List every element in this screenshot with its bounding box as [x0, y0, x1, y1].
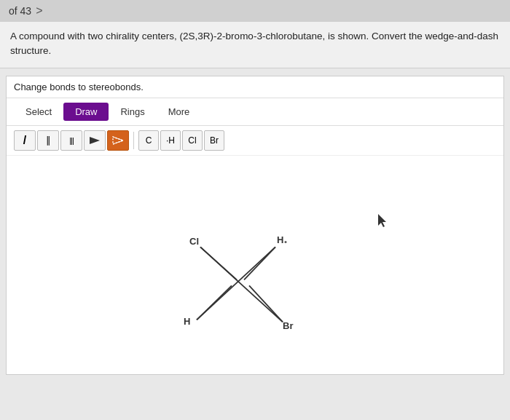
single-bond-btn[interactable]: / — [14, 130, 36, 151]
svg-marker-0 — [90, 137, 100, 144]
chlorine-btn[interactable]: Cl — [182, 130, 203, 151]
triple-bond-btn[interactable]: ||| — [60, 130, 82, 151]
question-area: A compound with two chirality centers, (… — [0, 22, 510, 68]
hydrogen-btn[interactable]: ·H — [160, 130, 181, 151]
cursor-indicator — [378, 214, 387, 227]
main-panel: Change bonds to stereobonds. Select Draw… — [6, 76, 504, 375]
wedge-bond-btn[interactable] — [84, 130, 106, 151]
tab-rings[interactable]: Rings — [109, 103, 156, 121]
svg-text:Br: Br — [283, 320, 293, 331]
svg-point-15 — [285, 240, 287, 242]
double-bond-btn[interactable]: ∥ — [37, 130, 59, 151]
svg-line-10 — [197, 247, 275, 320]
tab-toolbar: Select Draw Rings More — [7, 98, 503, 126]
tab-select[interactable]: Select — [14, 103, 63, 121]
bromine-btn[interactable]: Br — [204, 130, 224, 151]
toolbar-separator — [133, 132, 134, 149]
tools-row: / ∥ ||| C ·H Cl Br — [7, 126, 503, 156]
svg-marker-1 — [113, 137, 123, 144]
svg-text:H: H — [277, 234, 283, 245]
next-chevron[interactable]: > — [36, 4, 42, 17]
page-counter: of 43 — [9, 5, 31, 17]
svg-line-9 — [200, 247, 283, 322]
svg-marker-4 — [378, 214, 386, 227]
top-bar: of 43 > — [0, 0, 510, 22]
dash-bond-btn[interactable] — [107, 130, 129, 151]
panel-title: Change bonds to stereobonds. — [7, 76, 503, 98]
svg-text:H: H — [184, 316, 190, 327]
svg-text:Cl: Cl — [189, 236, 199, 247]
tab-draw[interactable]: Draw — [63, 103, 109, 121]
tab-more[interactable]: More — [157, 103, 202, 121]
drawing-area[interactable]: Cl H H Br — [7, 156, 503, 374]
carbon-btn[interactable]: C — [138, 130, 159, 151]
molecule-structure: Cl H H Br — [168, 199, 313, 362]
svg-line-2 — [113, 140, 123, 144]
question-text: A compound with two chirality centers, (… — [10, 31, 498, 56]
svg-line-3 — [113, 137, 123, 140]
